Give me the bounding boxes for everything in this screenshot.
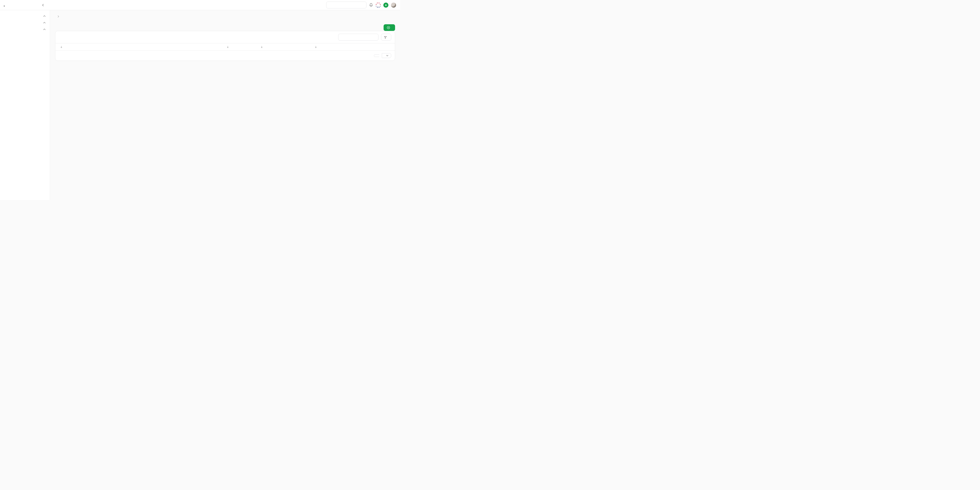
- bell-icon: [369, 3, 373, 7]
- chevron-left-icon: [42, 4, 45, 6]
- plus-circle-icon: [387, 26, 390, 29]
- sidebar: [0, 10, 50, 200]
- language-flag-uk[interactable]: [375, 3, 381, 8]
- table-search[interactable]: [338, 34, 379, 41]
- per-page-label: [374, 54, 379, 57]
- sidebar-section-admin[interactable]: [2, 26, 48, 32]
- sidebar-section-control[interactable]: [2, 12, 48, 19]
- user-avatar[interactable]: [391, 3, 396, 8]
- chevron-right-icon: [57, 15, 59, 18]
- brand-logo[interactable]: .: [3, 2, 5, 8]
- col-status[interactable]: [222, 43, 256, 51]
- col-criticality[interactable]: [256, 43, 310, 51]
- global-search-input[interactable]: [329, 3, 367, 7]
- sort-icon: [227, 46, 229, 48]
- filter-icon: [384, 36, 387, 39]
- global-search[interactable]: [326, 2, 366, 8]
- notifications-button[interactable]: [369, 3, 373, 7]
- products-table: [56, 43, 395, 51]
- sort-icon: [60, 46, 62, 48]
- filter-button[interactable]: [381, 34, 391, 41]
- per-page-select[interactable]: [382, 53, 391, 58]
- col-title[interactable]: [56, 43, 222, 51]
- sort-icon: [261, 46, 263, 48]
- chevron-down-icon: [386, 54, 388, 57]
- new-product-button[interactable]: [383, 24, 395, 31]
- sort-icon: [315, 46, 317, 48]
- chevron-up-icon: [43, 28, 46, 31]
- main-content: [50, 10, 400, 200]
- products-card: [55, 31, 395, 61]
- sidebar-section-meta[interactable]: [2, 19, 48, 26]
- col-owner[interactable]: [310, 43, 368, 51]
- quick-add-button[interactable]: +: [383, 3, 388, 8]
- table-search-input[interactable]: [342, 35, 381, 39]
- sidebar-collapse-button[interactable]: [41, 3, 46, 8]
- chevron-up-icon: [43, 15, 46, 18]
- chevron-up-icon: [43, 21, 46, 24]
- breadcrumb: [55, 15, 395, 18]
